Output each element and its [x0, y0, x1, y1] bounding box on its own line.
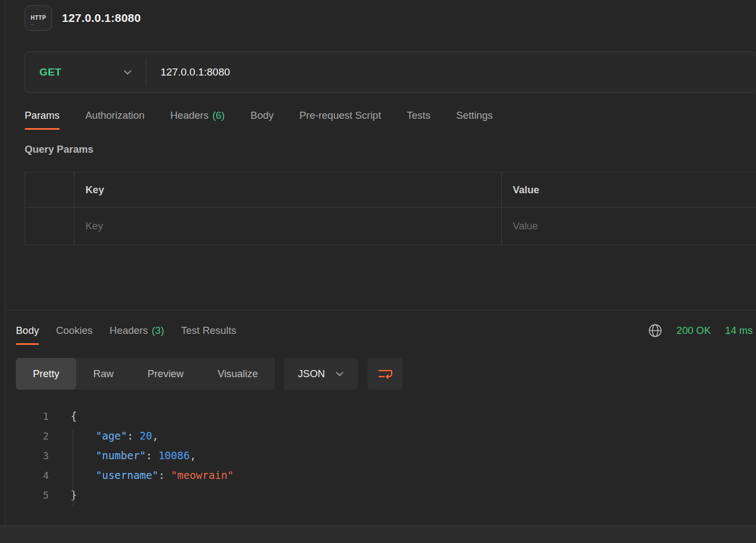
view-tab-visualize[interactable]: Visualize [201, 358, 275, 390]
wrap-lines-button[interactable] [368, 358, 403, 390]
response-time-badge[interactable]: 14 ms [725, 325, 753, 337]
line-number: 4 [16, 470, 49, 481]
globe-icon[interactable] [648, 324, 662, 338]
url-bar: GET [25, 51, 756, 93]
key-placeholder: Key [85, 220, 103, 232]
response-body-code[interactable]: 1 { 2 "age": 20, 3 "number": 10086, 4 "u… [16, 406, 756, 505]
view-tab-raw[interactable]: Raw [76, 358, 130, 390]
tab-pre-request-script[interactable]: Pre-request Script [299, 109, 381, 130]
request-title: 127.0.0.1:8080 [62, 11, 141, 25]
value-placeholder: Value [513, 220, 538, 232]
tab-tests[interactable]: Tests [407, 109, 431, 130]
code-line: 4 "username": "meowrain" [16, 465, 756, 485]
tab-headers[interactable]: Headers(6) [170, 109, 225, 130]
method-label: GET [39, 66, 61, 78]
checkbox-column-header [25, 172, 75, 207]
response-tabs: Body Cookies Headers(3) Test Results [16, 325, 236, 345]
line-number: 5 [16, 489, 49, 501]
view-tab-pretty[interactable]: Pretty [16, 358, 76, 390]
url-input[interactable] [146, 66, 756, 78]
method-select[interactable]: GET [25, 52, 146, 93]
key-column-header: Key [75, 172, 502, 207]
arrow-left-icon: ← [30, 21, 36, 25]
response-headers-count-badge: (3) [152, 325, 164, 336]
value-input-cell[interactable]: Value [502, 207, 756, 245]
request-header: → HTTP ← 127.0.0.1:8080 [25, 4, 756, 32]
format-label: JSON [298, 368, 325, 380]
line-number: 2 [16, 430, 49, 442]
line-number: 3 [16, 450, 49, 461]
response-tab-body[interactable]: Body [16, 325, 39, 345]
http-request-icon: → HTTP ← [25, 5, 52, 31]
status-bar [0, 525, 756, 543]
response-meta: 200 OK 14 ms [648, 324, 756, 338]
request-pane: → HTTP ← 127.0.0.1:8080 GET Params Autho… [6, 0, 756, 505]
tab-settings[interactable]: Settings [456, 109, 493, 130]
response-view-bar: Pretty Raw Preview Visualize JSON [16, 358, 756, 390]
chevron-down-icon [124, 70, 131, 75]
code-line: 3 "number": 10086, [16, 446, 756, 465]
sidebar-edge [0, 0, 5, 543]
indent-guide [73, 430, 73, 507]
response-tabs-row: Body Cookies Headers(3) Test Results 200… [16, 325, 756, 345]
key-input-cell[interactable]: Key [75, 207, 502, 245]
row-checkbox-cell [25, 207, 75, 245]
code-line: 1 { [16, 406, 756, 426]
format-select[interactable]: JSON [284, 358, 358, 390]
tab-params[interactable]: Params [25, 109, 60, 130]
response-tab-cookies[interactable]: Cookies [56, 325, 93, 345]
response-tab-test-results[interactable]: Test Results [181, 325, 237, 345]
response-pane: Body Cookies Headers(3) Test Results 200… [16, 325, 756, 505]
response-pane-divider [6, 310, 756, 310]
wrap-lines-icon [377, 368, 393, 379]
chevron-down-icon [336, 372, 343, 377]
response-tab-headers[interactable]: Headers(3) [110, 325, 164, 345]
query-params-table: Key Value Key Value [25, 172, 756, 245]
tab-authorization[interactable]: Authorization [85, 109, 145, 130]
code-line: 5 } [16, 485, 756, 505]
headers-count-badge: (6) [213, 109, 225, 121]
line-number: 1 [16, 411, 49, 422]
request-tabs: Params Authorization Headers(6) Body Pre… [25, 109, 756, 130]
view-mode-group: Pretty Raw Preview Visualize [16, 358, 275, 390]
code-line: 2 "age": 20, [16, 426, 756, 446]
arrow-right-icon: → [41, 11, 47, 15]
tab-body[interactable]: Body [250, 109, 273, 130]
view-tab-preview[interactable]: Preview [130, 358, 201, 390]
value-column-header: Value [502, 172, 756, 207]
query-params-heading: Query Params [25, 143, 756, 155]
status-badge[interactable]: 200 OK [677, 325, 711, 337]
